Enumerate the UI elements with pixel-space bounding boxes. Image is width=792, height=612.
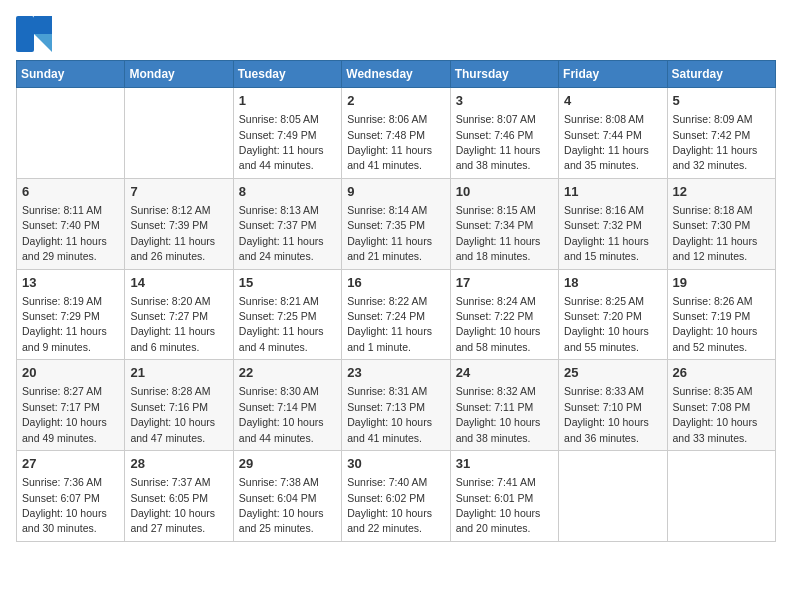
calendar-cell: 15Sunrise: 8:21 AM Sunset: 7:25 PM Dayli… [233,269,341,360]
calendar-cell: 18Sunrise: 8:25 AM Sunset: 7:20 PM Dayli… [559,269,667,360]
calendar-cell: 24Sunrise: 8:32 AM Sunset: 7:11 PM Dayli… [450,360,558,451]
calendar-cell: 17Sunrise: 8:24 AM Sunset: 7:22 PM Dayli… [450,269,558,360]
day-number: 8 [239,183,336,201]
weekday-header-wednesday: Wednesday [342,61,450,88]
day-number: 24 [456,364,553,382]
calendar-cell: 23Sunrise: 8:31 AM Sunset: 7:13 PM Dayli… [342,360,450,451]
weekday-header-row: SundayMondayTuesdayWednesdayThursdayFrid… [17,61,776,88]
day-number: 23 [347,364,444,382]
week-row-3: 13Sunrise: 8:19 AM Sunset: 7:29 PM Dayli… [17,269,776,360]
calendar-cell: 22Sunrise: 8:30 AM Sunset: 7:14 PM Dayli… [233,360,341,451]
day-number: 3 [456,92,553,110]
calendar-cell: 27Sunrise: 7:36 AM Sunset: 6:07 PM Dayli… [17,451,125,542]
weekday-header-friday: Friday [559,61,667,88]
day-number: 15 [239,274,336,292]
logo-icon [16,16,52,52]
day-number: 31 [456,455,553,473]
calendar-cell: 19Sunrise: 8:26 AM Sunset: 7:19 PM Dayli… [667,269,775,360]
day-number: 1 [239,92,336,110]
calendar-cell: 21Sunrise: 8:28 AM Sunset: 7:16 PM Dayli… [125,360,233,451]
calendar-cell: 8Sunrise: 8:13 AM Sunset: 7:37 PM Daylig… [233,178,341,269]
day-number: 4 [564,92,661,110]
weekday-header-tuesday: Tuesday [233,61,341,88]
calendar-cell [559,451,667,542]
day-info: Sunrise: 8:31 AM Sunset: 7:13 PM Dayligh… [347,385,432,443]
day-number: 30 [347,455,444,473]
page-header [16,16,776,52]
svg-rect-0 [16,16,34,52]
svg-marker-1 [34,16,52,34]
day-info: Sunrise: 7:41 AM Sunset: 6:01 PM Dayligh… [456,476,541,534]
calendar-cell: 26Sunrise: 8:35 AM Sunset: 7:08 PM Dayli… [667,360,775,451]
day-info: Sunrise: 8:09 AM Sunset: 7:42 PM Dayligh… [673,113,758,171]
day-info: Sunrise: 8:06 AM Sunset: 7:48 PM Dayligh… [347,113,432,171]
calendar-cell: 2Sunrise: 8:06 AM Sunset: 7:48 PM Daylig… [342,88,450,179]
day-info: Sunrise: 7:38 AM Sunset: 6:04 PM Dayligh… [239,476,324,534]
day-info: Sunrise: 7:40 AM Sunset: 6:02 PM Dayligh… [347,476,432,534]
calendar-table: SundayMondayTuesdayWednesdayThursdayFrid… [16,60,776,542]
svg-marker-2 [34,34,52,52]
week-row-5: 27Sunrise: 7:36 AM Sunset: 6:07 PM Dayli… [17,451,776,542]
calendar-cell: 12Sunrise: 8:18 AM Sunset: 7:30 PM Dayli… [667,178,775,269]
day-info: Sunrise: 8:26 AM Sunset: 7:19 PM Dayligh… [673,295,758,353]
calendar-cell: 1Sunrise: 8:05 AM Sunset: 7:49 PM Daylig… [233,88,341,179]
day-info: Sunrise: 8:18 AM Sunset: 7:30 PM Dayligh… [673,204,758,262]
day-number: 22 [239,364,336,382]
day-info: Sunrise: 8:11 AM Sunset: 7:40 PM Dayligh… [22,204,107,262]
day-number: 11 [564,183,661,201]
calendar-cell: 30Sunrise: 7:40 AM Sunset: 6:02 PM Dayli… [342,451,450,542]
calendar-cell: 16Sunrise: 8:22 AM Sunset: 7:24 PM Dayli… [342,269,450,360]
day-number: 29 [239,455,336,473]
day-number: 27 [22,455,119,473]
day-info: Sunrise: 8:33 AM Sunset: 7:10 PM Dayligh… [564,385,649,443]
day-number: 28 [130,455,227,473]
day-number: 25 [564,364,661,382]
week-row-4: 20Sunrise: 8:27 AM Sunset: 7:17 PM Dayli… [17,360,776,451]
day-info: Sunrise: 8:28 AM Sunset: 7:16 PM Dayligh… [130,385,215,443]
day-info: Sunrise: 8:27 AM Sunset: 7:17 PM Dayligh… [22,385,107,443]
weekday-header-saturday: Saturday [667,61,775,88]
day-number: 20 [22,364,119,382]
day-info: Sunrise: 8:12 AM Sunset: 7:39 PM Dayligh… [130,204,215,262]
day-info: Sunrise: 8:19 AM Sunset: 7:29 PM Dayligh… [22,295,107,353]
calendar-cell: 7Sunrise: 8:12 AM Sunset: 7:39 PM Daylig… [125,178,233,269]
day-info: Sunrise: 8:25 AM Sunset: 7:20 PM Dayligh… [564,295,649,353]
day-number: 7 [130,183,227,201]
day-info: Sunrise: 8:22 AM Sunset: 7:24 PM Dayligh… [347,295,432,353]
calendar-cell: 29Sunrise: 7:38 AM Sunset: 6:04 PM Dayli… [233,451,341,542]
day-info: Sunrise: 8:07 AM Sunset: 7:46 PM Dayligh… [456,113,541,171]
calendar-cell: 10Sunrise: 8:15 AM Sunset: 7:34 PM Dayli… [450,178,558,269]
day-info: Sunrise: 8:05 AM Sunset: 7:49 PM Dayligh… [239,113,324,171]
calendar-cell: 11Sunrise: 8:16 AM Sunset: 7:32 PM Dayli… [559,178,667,269]
day-number: 17 [456,274,553,292]
day-info: Sunrise: 8:16 AM Sunset: 7:32 PM Dayligh… [564,204,649,262]
weekday-header-thursday: Thursday [450,61,558,88]
day-info: Sunrise: 8:14 AM Sunset: 7:35 PM Dayligh… [347,204,432,262]
day-info: Sunrise: 7:37 AM Sunset: 6:05 PM Dayligh… [130,476,215,534]
calendar-cell: 4Sunrise: 8:08 AM Sunset: 7:44 PM Daylig… [559,88,667,179]
day-number: 10 [456,183,553,201]
day-info: Sunrise: 8:32 AM Sunset: 7:11 PM Dayligh… [456,385,541,443]
calendar-cell [667,451,775,542]
day-number: 2 [347,92,444,110]
day-number: 14 [130,274,227,292]
calendar-cell [125,88,233,179]
weekday-header-monday: Monday [125,61,233,88]
day-number: 16 [347,274,444,292]
day-info: Sunrise: 8:13 AM Sunset: 7:37 PM Dayligh… [239,204,324,262]
day-number: 5 [673,92,770,110]
day-info: Sunrise: 8:30 AM Sunset: 7:14 PM Dayligh… [239,385,324,443]
day-number: 19 [673,274,770,292]
calendar-cell: 6Sunrise: 8:11 AM Sunset: 7:40 PM Daylig… [17,178,125,269]
day-number: 18 [564,274,661,292]
day-number: 21 [130,364,227,382]
calendar-cell: 31Sunrise: 7:41 AM Sunset: 6:01 PM Dayli… [450,451,558,542]
week-row-1: 1Sunrise: 8:05 AM Sunset: 7:49 PM Daylig… [17,88,776,179]
calendar-cell: 25Sunrise: 8:33 AM Sunset: 7:10 PM Dayli… [559,360,667,451]
day-info: Sunrise: 8:24 AM Sunset: 7:22 PM Dayligh… [456,295,541,353]
day-number: 9 [347,183,444,201]
day-number: 13 [22,274,119,292]
logo [16,16,56,52]
calendar-cell: 13Sunrise: 8:19 AM Sunset: 7:29 PM Dayli… [17,269,125,360]
day-info: Sunrise: 8:15 AM Sunset: 7:34 PM Dayligh… [456,204,541,262]
